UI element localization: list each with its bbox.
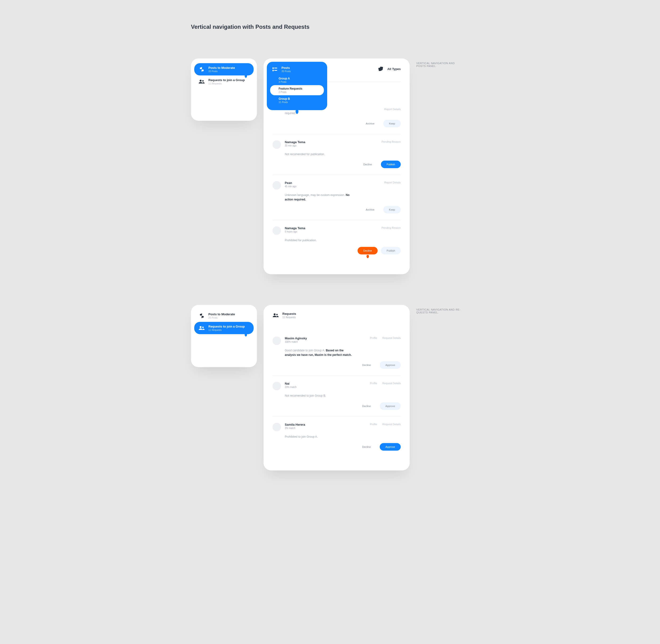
nav-requests-to-join[interactable]: Requests to join a Group 11 Requests: [194, 322, 254, 334]
active-indicator-drip: [245, 333, 247, 337]
request-details-link[interactable]: Request Details: [382, 423, 401, 426]
avatar: [273, 382, 281, 390]
dropdown-item-label: Group B: [279, 97, 321, 100]
dropdown-head-label: Posts: [281, 66, 291, 70]
request-details-link[interactable]: Request Details: [382, 382, 401, 385]
requests-header[interactable]: Requests 11 Requests: [273, 309, 401, 321]
profile-link[interactable]: Profile: [370, 423, 377, 426]
nav-item-sub: 11 Requests: [208, 82, 245, 85]
svg-point-8: [199, 326, 202, 328]
decline-button[interactable]: Decline: [358, 161, 378, 168]
dropdown-item-group-b[interactable]: Group B 11 Posts: [270, 95, 324, 106]
decline-button[interactable]: Decline: [356, 402, 376, 410]
people-icon: [273, 312, 279, 319]
author-name: Namaga Tema: [285, 140, 305, 144]
post-time: 20 min ago: [285, 144, 305, 147]
approve-button[interactable]: Approve: [380, 402, 401, 410]
dropdown-item-label: Feature Requests: [279, 87, 321, 90]
dropdown-item-label: Group A: [279, 77, 321, 80]
author-name: Pean: [285, 181, 296, 185]
section-caption: VERTICAL NAVIGATION AND POSTS PANEL.: [416, 59, 461, 67]
match-percent: 23% match: [285, 386, 297, 388]
post-desc: Not recomended for publication.: [285, 152, 355, 157]
post-row: Namaga Tema 5 hours ago Pending Reason P…: [273, 220, 401, 261]
panel-title: Requests: [282, 312, 296, 316]
decline-button[interactable]: Decline: [358, 247, 378, 254]
archive-button[interactable]: Archive: [360, 206, 380, 213]
request-row: Maxim Aginsky 100% match Profile Request…: [273, 330, 401, 375]
pending-reason-link[interactable]: Pending Reason: [382, 140, 401, 143]
post-desc: Unknown language, may be custom expressi…: [285, 193, 355, 202]
pending-reason-link[interactable]: Pending Reason: [382, 226, 401, 229]
svg-rect-5: [274, 70, 277, 71]
match-percent: 3% match: [285, 427, 305, 430]
sidebar-requests: Posts to Moderate 20 Posts Requests to j…: [191, 305, 257, 367]
dropdown-item-group-a[interactable]: Group A 3 Posts: [270, 75, 324, 85]
avatar: [273, 226, 281, 235]
dropdown-head-sub: 20 Posts: [281, 70, 291, 73]
nav-requests-to-join[interactable]: Requests to join a Group 11 Requests: [194, 75, 254, 88]
publish-button[interactable]: Publish: [381, 161, 401, 168]
request-row: Samila Herera 3% match Profile Request D…: [273, 416, 401, 458]
request-desc: Prohibited to join Group A.: [285, 435, 355, 439]
posts-dropdown: Posts 20 Posts Group A 3 Posts Feature R…: [267, 62, 327, 110]
posts-panel: Posts 20 Posts Group A 3 Posts Feature R…: [263, 59, 410, 274]
dropdown-item-sub: 11 Posts: [279, 101, 321, 104]
post-time: 45 min ago: [285, 185, 296, 188]
post-time: 5 hours ago: [285, 230, 305, 233]
requester-name: Nai: [285, 382, 297, 385]
match-percent: 100% match: [285, 341, 307, 343]
nav-item-label: Requests to join a Group: [208, 325, 245, 328]
thumbs-icon: [198, 66, 205, 73]
profile-link[interactable]: Profile: [370, 382, 377, 385]
request-details-link[interactable]: Request Details: [382, 337, 401, 339]
approve-button[interactable]: Approve: [380, 361, 401, 369]
avatar: [273, 337, 281, 345]
svg-point-11: [276, 314, 278, 315]
dropdown-item-feature-requests[interactable]: Feature Requests 2 Posts: [270, 85, 324, 95]
dropdown-item-sub: 3 Posts: [279, 80, 321, 83]
filter-all-types[interactable]: All Types: [377, 63, 401, 74]
svg-rect-2: [273, 67, 274, 69]
svg-rect-3: [274, 68, 277, 68]
post-row: Pean 45 min ago Report Details Unknown l…: [273, 175, 401, 220]
keep-button[interactable]: Keep: [383, 120, 401, 127]
nav-posts-to-moderate[interactable]: Posts to Moderate 20 Posts: [194, 63, 254, 75]
svg-point-1: [202, 80, 204, 82]
thumbs-icon: [198, 313, 205, 319]
post-desc: required.: [285, 111, 355, 116]
archive-button[interactable]: Archive: [360, 120, 380, 127]
publish-button[interactable]: Publish: [381, 247, 401, 254]
svg-point-10: [274, 314, 276, 315]
nav-item-sub: 20 Posts: [208, 70, 235, 73]
requester-name: Samila Herera: [285, 423, 305, 427]
cards-icon: [377, 66, 384, 72]
nav-item-label: Posts to Moderate: [208, 313, 235, 316]
avatar: [273, 140, 281, 149]
nav-item-label: Requests to join a Group: [208, 78, 245, 82]
keep-button[interactable]: Keep: [383, 206, 401, 213]
decline-button[interactable]: Decline: [356, 443, 376, 451]
people-icon: [198, 78, 205, 85]
decline-button[interactable]: Decline: [356, 361, 376, 369]
report-details-link[interactable]: Report Details: [384, 108, 401, 111]
nav-item-sub: 20 Posts: [208, 317, 235, 319]
dropdown-item-sub: 2 Posts: [279, 91, 321, 93]
requester-name: Maxim Aginsky: [285, 337, 307, 340]
filter-label: All Types: [387, 67, 401, 71]
panel-sub: 11 Requests: [282, 316, 296, 319]
list-icon: [272, 66, 278, 73]
nav-posts-to-moderate[interactable]: Posts to Moderate 20 Posts: [194, 309, 254, 322]
section-caption: VERTICAL NAVIGATION AND RE-QUESTS PANEL.: [416, 305, 461, 314]
nav-item-sub: 11 Requests: [208, 329, 245, 331]
nav-item-label: Posts to Moderate: [208, 66, 235, 70]
sidebar-posts: Posts to Moderate 20 Posts Requests to j…: [191, 59, 257, 121]
profile-link[interactable]: Profile: [370, 337, 377, 339]
report-details-link[interactable]: Report Details: [384, 181, 401, 184]
page-title: Vertical navigation with Posts and Reque…: [191, 24, 469, 30]
post-desc: Prohibited for publication.: [285, 238, 355, 243]
svg-rect-4: [273, 70, 274, 71]
request-desc: Good candidate to join Group A. Based on…: [285, 348, 355, 357]
approve-button[interactable]: Approve: [380, 443, 401, 451]
svg-rect-7: [380, 67, 383, 70]
